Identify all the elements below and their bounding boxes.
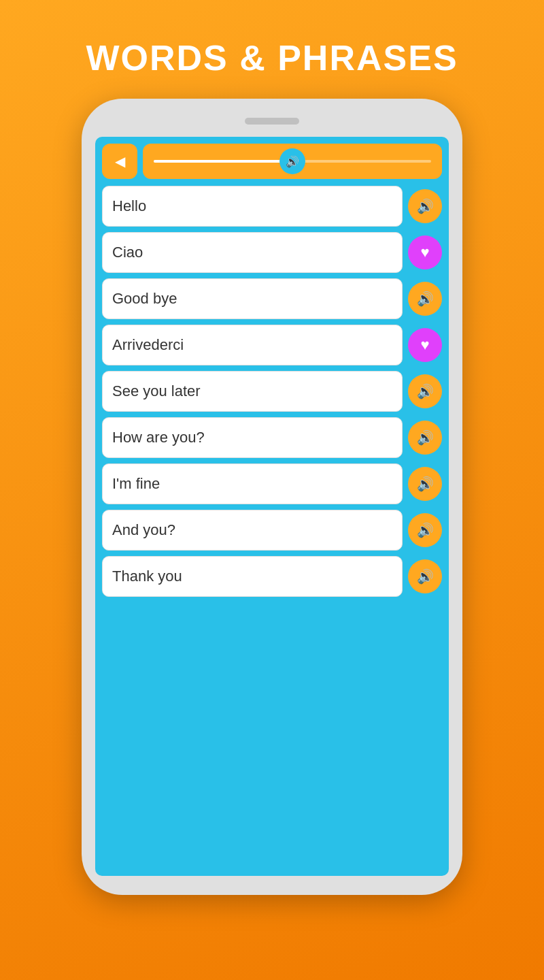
phone-frame: 🔊 Hello🔊Ciao♥Good bye🔊Arrivederci♥See yo… xyxy=(82,99,462,895)
word-row: See you later🔊 xyxy=(102,371,442,412)
speaker-button[interactable]: 🔊 xyxy=(408,467,442,501)
page-title: WORDS & PHRASES xyxy=(86,37,458,78)
back-button[interactable] xyxy=(102,144,137,179)
audio-bar: 🔊 xyxy=(102,144,442,179)
heart-button[interactable]: ♥ xyxy=(408,235,442,270)
slider-track: 🔊 xyxy=(154,160,431,163)
word-box[interactable]: How are you? xyxy=(102,417,403,458)
word-row: Thank you🔊 xyxy=(102,556,442,597)
speaker-button[interactable]: 🔊 xyxy=(408,421,442,455)
audio-slider-container[interactable]: 🔊 xyxy=(143,144,442,179)
word-row: Good bye🔊 xyxy=(102,278,442,319)
heart-button[interactable]: ♥ xyxy=(408,328,442,362)
speaker-icon: 🔊 xyxy=(417,291,434,307)
word-row: I'm fine🔊 xyxy=(102,463,442,504)
speaker-icon: 🔊 xyxy=(417,522,434,538)
phone-screen: 🔊 Hello🔊Ciao♥Good bye🔊Arrivederci♥See yo… xyxy=(95,137,449,876)
slider-thumb[interactable]: 🔊 xyxy=(279,148,305,174)
speaker-button[interactable]: 🔊 xyxy=(408,189,442,223)
speaker-button[interactable]: 🔊 xyxy=(408,374,442,408)
word-box[interactable]: I'm fine xyxy=(102,463,403,504)
word-list: Hello🔊Ciao♥Good bye🔊Arrivederci♥See you … xyxy=(102,186,442,597)
speaker-thumb-icon: 🔊 xyxy=(286,155,299,168)
word-box[interactable]: Hello xyxy=(102,186,403,227)
word-row: How are you?🔊 xyxy=(102,417,442,458)
word-box[interactable]: Ciao xyxy=(102,232,403,273)
speaker-icon: 🔊 xyxy=(417,383,434,399)
word-box[interactable]: Good bye xyxy=(102,278,403,319)
speaker-button[interactable]: 🔊 xyxy=(408,559,442,593)
slider-fill xyxy=(154,160,298,163)
word-box[interactable]: Arrivederci xyxy=(102,325,403,365)
heart-icon: ♥ xyxy=(420,244,429,261)
word-box[interactable]: And you? xyxy=(102,510,403,551)
word-box[interactable]: See you later xyxy=(102,371,403,412)
speaker-icon: 🔊 xyxy=(417,568,434,585)
speaker-icon: 🔊 xyxy=(417,476,434,492)
heart-icon: ♥ xyxy=(420,336,429,354)
word-row: Ciao♥ xyxy=(102,232,442,273)
speaker-icon: 🔊 xyxy=(417,429,434,446)
speaker-button[interactable]: 🔊 xyxy=(408,282,442,316)
word-row: Hello🔊 xyxy=(102,186,442,227)
word-row: And you?🔊 xyxy=(102,510,442,551)
word-box[interactable]: Thank you xyxy=(102,556,403,597)
word-row: Arrivederci♥ xyxy=(102,325,442,365)
phone-speaker xyxy=(245,118,299,125)
speaker-button[interactable]: 🔊 xyxy=(408,513,442,547)
speaker-icon: 🔊 xyxy=(417,198,434,214)
